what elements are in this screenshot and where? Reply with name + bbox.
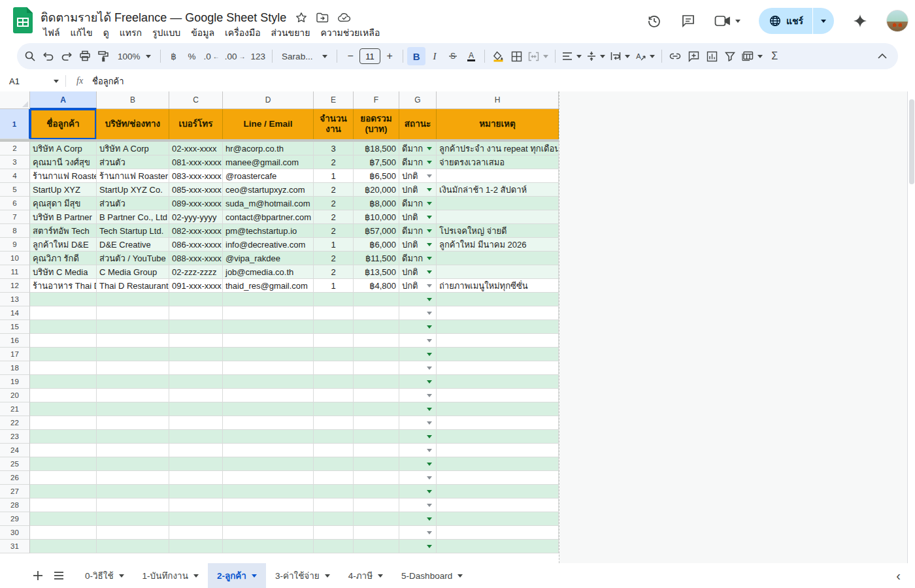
row-header-15[interactable]: 15: [0, 320, 30, 334]
cell-F14[interactable]: [354, 306, 399, 320]
cell-E3[interactable]: 2: [314, 155, 354, 169]
cell-G20[interactable]: [399, 389, 437, 402]
cell-H29[interactable]: [437, 512, 559, 526]
hide-toolbar-button[interactable]: [873, 47, 891, 65]
cell-D21[interactable]: [223, 402, 314, 416]
status-dropdown-icon[interactable]: [427, 339, 432, 342]
cell-D6[interactable]: suda_m@hotmail.com: [223, 197, 314, 210]
cell-B10[interactable]: ส่วนตัว / YouTube: [97, 252, 169, 265]
cell-B26[interactable]: [97, 471, 169, 485]
cell-B21[interactable]: [97, 402, 169, 416]
italic-button[interactable]: I: [425, 47, 444, 65]
cell-C23[interactable]: [169, 430, 223, 444]
cell-B2[interactable]: บริษัท A Corp: [97, 142, 169, 155]
status-dropdown-icon[interactable]: [427, 202, 432, 205]
cell-C9[interactable]: 086-xxx-xxxx: [169, 238, 223, 252]
cell-C25[interactable]: [169, 457, 223, 471]
cell-C31[interactable]: [169, 540, 223, 553]
cell-A4[interactable]: ร้านกาแฟ Roaster: [30, 169, 97, 183]
cell-G15[interactable]: [399, 320, 437, 334]
cell-G8[interactable]: ดีมาก: [399, 224, 437, 238]
sheets-logo-icon[interactable]: [13, 7, 33, 33]
strikethrough-button[interactable]: S: [444, 47, 462, 65]
cell-H2[interactable]: ลูกค้าประจำ งาน repeat ทุกเดือน: [437, 142, 559, 155]
menu-item-2[interactable]: ดู: [98, 24, 114, 42]
text-color-button[interactable]: A: [462, 47, 480, 65]
column-header-E[interactable]: E: [314, 91, 354, 109]
column-header-B[interactable]: B: [97, 91, 169, 109]
cell-E14[interactable]: [314, 306, 354, 320]
cell-A31[interactable]: [30, 540, 97, 553]
cell-F28[interactable]: [354, 498, 399, 512]
functions-button[interactable]: Σ: [765, 47, 784, 65]
font-size-input[interactable]: 11: [359, 48, 380, 64]
cell-B28[interactable]: [97, 498, 169, 512]
insert-chart-button[interactable]: [703, 47, 721, 65]
cell-D4[interactable]: @roastercafe: [223, 169, 314, 183]
cell-G16[interactable]: [399, 334, 437, 348]
cell-G3[interactable]: ดีมาก: [399, 155, 437, 169]
account-avatar[interactable]: [886, 10, 908, 32]
cell-B7[interactable]: B Partner Co., Ltd: [97, 210, 169, 224]
cell-F31[interactable]: [354, 540, 399, 553]
menu-item-6[interactable]: เครื่องมือ: [220, 24, 266, 42]
status-dropdown-icon[interactable]: [427, 517, 432, 521]
cell-D20[interactable]: [223, 389, 314, 402]
insert-link-button[interactable]: [666, 47, 684, 65]
cell-B13[interactable]: [97, 293, 169, 306]
cell-C12[interactable]: 091-xxx-xxxx: [169, 279, 223, 293]
cell-H1[interactable]: หมายเหตุ: [437, 109, 559, 139]
cell-F17[interactable]: [354, 348, 399, 361]
cell-B30[interactable]: [97, 526, 169, 540]
cell-A12[interactable]: ร้านอาหาร Thai D: [30, 279, 97, 293]
cell-A19[interactable]: [30, 375, 97, 389]
cell-E25[interactable]: [314, 457, 354, 471]
cell-E26[interactable]: [314, 471, 354, 485]
cell-C2[interactable]: 02-xxx-xxxx: [169, 142, 223, 155]
cell-G11[interactable]: ปกติ: [399, 265, 437, 279]
cell-B4[interactable]: ร้านกาแฟ Roaster: [97, 169, 169, 183]
cell-G7[interactable]: ปกติ: [399, 210, 437, 224]
cell-E29[interactable]: [314, 512, 354, 526]
font-select[interactable]: Sarab...: [276, 47, 333, 65]
cell-B29[interactable]: [97, 512, 169, 526]
cell-A10[interactable]: คุณวิภา รักดี: [30, 252, 97, 265]
cell-B25[interactable]: [97, 457, 169, 471]
cell-F12[interactable]: ฿4,800: [354, 279, 399, 293]
cell-D3[interactable]: manee@gmail.com: [223, 155, 314, 169]
cell-C3[interactable]: 081-xxx-xxxx: [169, 155, 223, 169]
sheet-tab-5[interactable]: 5-Dashboard: [392, 563, 472, 588]
sheet-tab-menu-icon[interactable]: [458, 574, 463, 578]
row-header-25[interactable]: 25: [0, 457, 30, 471]
cell-G28[interactable]: [399, 498, 437, 512]
cell-C6[interactable]: 089-xxx-xxxx: [169, 197, 223, 210]
status-dropdown-icon[interactable]: [427, 229, 432, 233]
cell-H6[interactable]: [437, 197, 559, 210]
scroll-tabs-left-icon[interactable]: ‹: [896, 568, 901, 583]
cell-E17[interactable]: [314, 348, 354, 361]
cell-B19[interactable]: [97, 375, 169, 389]
status-dropdown-icon[interactable]: [427, 476, 432, 480]
row-header-30[interactable]: 30: [0, 526, 30, 540]
cell-H17[interactable]: [437, 348, 559, 361]
sheet-tab-menu-icon[interactable]: [378, 574, 383, 578]
cell-A23[interactable]: [30, 430, 97, 444]
cell-G5[interactable]: ปกติ: [399, 183, 437, 197]
insert-comment-button[interactable]: [684, 47, 703, 65]
menu-item-4[interactable]: รูปแบบ: [147, 24, 186, 42]
row-header-5[interactable]: 5: [0, 183, 30, 197]
status-dropdown-icon[interactable]: [427, 449, 432, 452]
cell-H31[interactable]: [437, 540, 559, 553]
cell-B20[interactable]: [97, 389, 169, 402]
sheet-tab-4[interactable]: 4-ภาษี: [339, 563, 392, 588]
cell-A15[interactable]: [30, 320, 97, 334]
status-dropdown-icon[interactable]: [427, 545, 432, 548]
column-header-G[interactable]: G: [399, 91, 437, 109]
status-dropdown-icon[interactable]: [427, 216, 432, 219]
cell-F4[interactable]: ฿6,500: [354, 169, 399, 183]
row-header-10[interactable]: 10: [0, 252, 30, 265]
cell-B3[interactable]: ส่วนตัว: [97, 155, 169, 169]
status-dropdown-icon[interactable]: [427, 161, 432, 164]
share-button[interactable]: แชร์: [759, 8, 812, 34]
cell-E5[interactable]: 2: [314, 183, 354, 197]
